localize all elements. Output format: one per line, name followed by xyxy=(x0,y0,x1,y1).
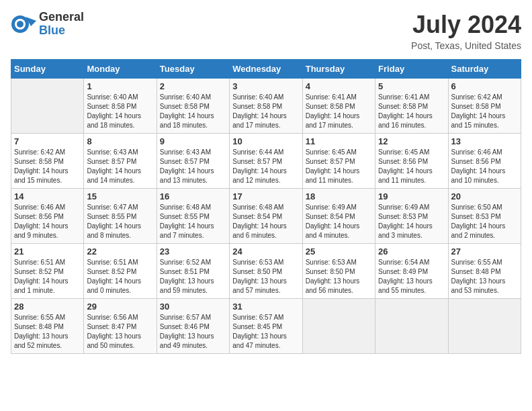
calendar-day-cell: 2Sunrise: 6:40 AM Sunset: 8:58 PM Daylig… xyxy=(157,79,229,134)
calendar-week-row: 7Sunrise: 6:42 AM Sunset: 8:58 PM Daylig… xyxy=(11,134,521,189)
calendar-header: SundayMondayTuesdayWednesdayThursdayFrid… xyxy=(11,60,521,79)
weekday-header: Monday xyxy=(84,60,157,79)
day-info: Sunrise: 6:55 AM Sunset: 8:48 PM Dayligh… xyxy=(14,313,81,351)
calendar-day-cell: 21Sunrise: 6:51 AM Sunset: 8:52 PM Dayli… xyxy=(11,244,84,299)
day-number: 6 xyxy=(451,81,518,91)
day-info: Sunrise: 6:51 AM Sunset: 8:52 PM Dayligh… xyxy=(14,258,81,295)
day-number: 7 xyxy=(14,136,81,146)
calendar-day-cell: 6Sunrise: 6:42 AM Sunset: 8:58 PM Daylig… xyxy=(448,79,521,134)
day-info: Sunrise: 6:42 AM Sunset: 8:58 PM Dayligh… xyxy=(14,148,81,185)
svg-point-2 xyxy=(17,21,24,28)
logo: General Blue xyxy=(11,11,84,38)
day-info: Sunrise: 6:54 AM Sunset: 8:49 PM Dayligh… xyxy=(378,258,445,295)
day-info: Sunrise: 6:40 AM Sunset: 8:58 PM Dayligh… xyxy=(232,93,299,130)
calendar-day-cell: 15Sunrise: 6:47 AM Sunset: 8:55 PM Dayli… xyxy=(84,189,157,244)
calendar-day-cell: 31Sunrise: 6:57 AM Sunset: 8:45 PM Dayli… xyxy=(230,299,302,354)
calendar-day-cell: 30Sunrise: 6:57 AM Sunset: 8:46 PM Dayli… xyxy=(157,299,229,354)
day-info: Sunrise: 6:56 AM Sunset: 8:47 PM Dayligh… xyxy=(87,313,153,351)
page-header: General Blue July 2024 Post, Texas, Unit… xyxy=(11,11,521,51)
calendar-day-cell: 7Sunrise: 6:42 AM Sunset: 8:58 PM Daylig… xyxy=(11,134,84,189)
day-number: 11 xyxy=(306,136,372,146)
day-number: 23 xyxy=(160,246,226,257)
day-info: Sunrise: 6:48 AM Sunset: 8:55 PM Dayligh… xyxy=(160,203,226,240)
day-number: 29 xyxy=(87,302,153,312)
calendar-day-cell xyxy=(448,299,521,354)
day-info: Sunrise: 6:41 AM Sunset: 8:58 PM Dayligh… xyxy=(306,93,372,130)
logo-icon xyxy=(11,11,36,37)
calendar-day-cell: 12Sunrise: 6:45 AM Sunset: 8:56 PM Dayli… xyxy=(375,134,448,189)
calendar-day-cell: 8Sunrise: 6:43 AM Sunset: 8:57 PM Daylig… xyxy=(84,134,157,189)
weekday-header: Saturday xyxy=(448,60,521,79)
weekday-header: Friday xyxy=(375,60,448,79)
day-info: Sunrise: 6:40 AM Sunset: 8:58 PM Dayligh… xyxy=(87,93,153,130)
calendar-day-cell: 4Sunrise: 6:41 AM Sunset: 8:58 PM Daylig… xyxy=(302,79,375,134)
day-number: 9 xyxy=(160,136,226,146)
day-number: 25 xyxy=(306,246,372,257)
calendar-day-cell: 3Sunrise: 6:40 AM Sunset: 8:58 PM Daylig… xyxy=(230,79,302,134)
day-number: 19 xyxy=(378,191,445,201)
day-number: 14 xyxy=(14,191,81,201)
weekday-header: Wednesday xyxy=(230,60,302,79)
day-info: Sunrise: 6:55 AM Sunset: 8:48 PM Dayligh… xyxy=(451,258,518,295)
calendar-day-cell: 13Sunrise: 6:46 AM Sunset: 8:56 PM Dayli… xyxy=(448,134,521,189)
month-year-title: July 2024 xyxy=(411,11,521,39)
day-info: Sunrise: 6:53 AM Sunset: 8:50 PM Dayligh… xyxy=(306,258,372,295)
calendar-day-cell: 14Sunrise: 6:46 AM Sunset: 8:56 PM Dayli… xyxy=(11,189,84,244)
day-number: 24 xyxy=(232,246,299,257)
day-number: 5 xyxy=(378,81,445,91)
day-number: 1 xyxy=(87,81,153,91)
calendar-day-cell: 24Sunrise: 6:53 AM Sunset: 8:50 PM Dayli… xyxy=(230,244,302,299)
calendar-day-cell: 19Sunrise: 6:49 AM Sunset: 8:53 PM Dayli… xyxy=(375,189,448,244)
day-number: 22 xyxy=(87,246,153,257)
calendar-week-row: 28Sunrise: 6:55 AM Sunset: 8:48 PM Dayli… xyxy=(11,299,521,354)
day-info: Sunrise: 6:47 AM Sunset: 8:55 PM Dayligh… xyxy=(87,203,153,240)
day-number: 30 xyxy=(160,302,226,312)
calendar-day-cell: 1Sunrise: 6:40 AM Sunset: 8:58 PM Daylig… xyxy=(84,79,157,134)
calendar-day-cell: 28Sunrise: 6:55 AM Sunset: 8:48 PM Dayli… xyxy=(11,299,84,354)
day-number: 10 xyxy=(232,136,299,146)
calendar-day-cell: 17Sunrise: 6:48 AM Sunset: 8:54 PM Dayli… xyxy=(230,189,302,244)
day-number: 4 xyxy=(306,81,372,91)
day-info: Sunrise: 6:46 AM Sunset: 8:56 PM Dayligh… xyxy=(14,203,81,240)
day-number: 27 xyxy=(451,246,518,257)
calendar-day-cell: 5Sunrise: 6:41 AM Sunset: 8:58 PM Daylig… xyxy=(375,79,448,134)
day-number: 3 xyxy=(232,81,299,91)
day-info: Sunrise: 6:46 AM Sunset: 8:56 PM Dayligh… xyxy=(451,148,518,185)
calendar-day-cell xyxy=(11,79,84,134)
day-info: Sunrise: 6:49 AM Sunset: 8:53 PM Dayligh… xyxy=(378,203,445,240)
calendar-day-cell: 9Sunrise: 6:43 AM Sunset: 8:57 PM Daylig… xyxy=(157,134,229,189)
calendar-day-cell: 26Sunrise: 6:54 AM Sunset: 8:49 PM Dayli… xyxy=(375,244,448,299)
day-number: 12 xyxy=(378,136,445,146)
weekday-header: Tuesday xyxy=(157,60,229,79)
day-info: Sunrise: 6:43 AM Sunset: 8:57 PM Dayligh… xyxy=(87,148,153,185)
calendar-day-cell: 23Sunrise: 6:52 AM Sunset: 8:51 PM Dayli… xyxy=(157,244,229,299)
calendar-table: SundayMondayTuesdayWednesdayThursdayFrid… xyxy=(11,59,521,354)
day-info: Sunrise: 6:44 AM Sunset: 8:57 PM Dayligh… xyxy=(232,148,299,185)
day-info: Sunrise: 6:51 AM Sunset: 8:52 PM Dayligh… xyxy=(87,258,153,295)
location-subtitle: Post, Texas, United States xyxy=(411,40,521,51)
calendar-week-row: 21Sunrise: 6:51 AM Sunset: 8:52 PM Dayli… xyxy=(11,244,521,299)
calendar-day-cell xyxy=(375,299,448,354)
calendar-week-row: 1Sunrise: 6:40 AM Sunset: 8:58 PM Daylig… xyxy=(11,79,521,134)
day-number: 8 xyxy=(87,136,153,146)
day-number: 2 xyxy=(160,81,226,91)
day-info: Sunrise: 6:45 AM Sunset: 8:56 PM Dayligh… xyxy=(378,148,445,185)
day-info: Sunrise: 6:53 AM Sunset: 8:50 PM Dayligh… xyxy=(232,258,299,295)
calendar-day-cell: 27Sunrise: 6:55 AM Sunset: 8:48 PM Dayli… xyxy=(448,244,521,299)
calendar-day-cell: 11Sunrise: 6:45 AM Sunset: 8:57 PM Dayli… xyxy=(302,134,375,189)
day-info: Sunrise: 6:42 AM Sunset: 8:58 PM Dayligh… xyxy=(451,93,518,130)
day-info: Sunrise: 6:41 AM Sunset: 8:58 PM Dayligh… xyxy=(378,93,445,130)
logo-line1: General xyxy=(39,11,84,24)
day-info: Sunrise: 6:48 AM Sunset: 8:54 PM Dayligh… xyxy=(232,203,299,240)
title-block: July 2024 Post, Texas, United States xyxy=(411,11,521,51)
calendar-day-cell: 25Sunrise: 6:53 AM Sunset: 8:50 PM Dayli… xyxy=(302,244,375,299)
day-info: Sunrise: 6:49 AM Sunset: 8:54 PM Dayligh… xyxy=(306,203,372,240)
weekday-header: Sunday xyxy=(11,60,84,79)
calendar-day-cell: 18Sunrise: 6:49 AM Sunset: 8:54 PM Dayli… xyxy=(302,189,375,244)
day-info: Sunrise: 6:57 AM Sunset: 8:46 PM Dayligh… xyxy=(160,313,226,351)
logo-line2: Blue xyxy=(39,24,84,38)
day-info: Sunrise: 6:40 AM Sunset: 8:58 PM Dayligh… xyxy=(160,93,226,130)
calendar-day-cell: 10Sunrise: 6:44 AM Sunset: 8:57 PM Dayli… xyxy=(230,134,302,189)
day-info: Sunrise: 6:50 AM Sunset: 8:53 PM Dayligh… xyxy=(451,203,518,240)
day-number: 28 xyxy=(14,302,81,312)
